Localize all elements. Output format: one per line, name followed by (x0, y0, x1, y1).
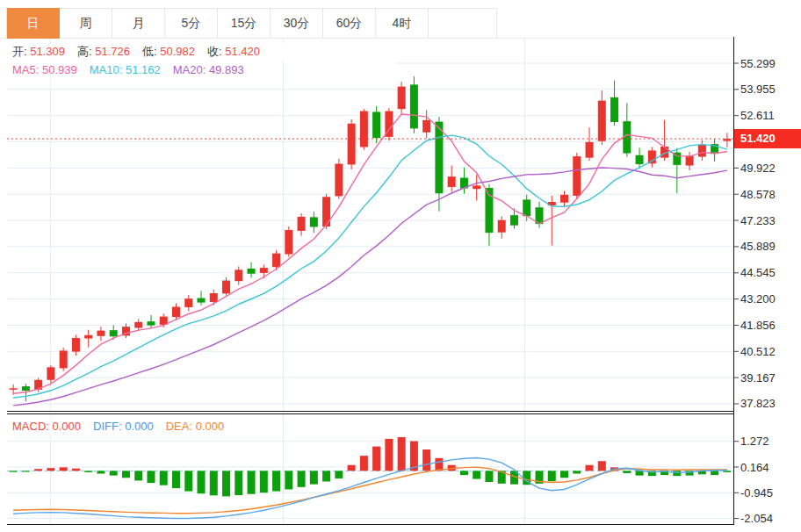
macd-hist-bar (272, 471, 280, 491)
legend-value: 50.939 (42, 63, 77, 76)
candle-body (147, 321, 155, 325)
period-tab-月[interactable]: 月 (112, 8, 165, 39)
legend-label: MA20: (173, 63, 209, 76)
macd-axis-label: 0.164 (740, 461, 798, 474)
candle-body (335, 164, 343, 197)
candle-body (60, 350, 68, 368)
ma10-line (13, 135, 727, 398)
macd-hist-bar (172, 471, 180, 488)
legend-label: 低: (142, 45, 160, 58)
candlestick-chart[interactable] (0, 0, 801, 532)
legend-value: 0.000 (196, 420, 225, 433)
macd-hist-bar (97, 471, 105, 473)
macd-hist-bar (723, 471, 731, 472)
legend-item: DIFF: 0.000 (93, 420, 154, 433)
price-axis-label: 41.856 (740, 319, 798, 332)
macd-hist-bar (598, 461, 606, 471)
macd-hist-bar (385, 439, 393, 471)
candle-body (198, 298, 206, 303)
legend-label: 收: (207, 45, 225, 58)
macd-hist-bar (84, 471, 92, 472)
legend-label: MACD: (12, 420, 53, 433)
price-axis-label: 45.889 (740, 240, 798, 253)
macd-hist-bar (222, 471, 230, 496)
candle-body (184, 298, 192, 307)
legend-item: 收: 51.420 (207, 45, 260, 58)
legend-label: 开: (12, 45, 30, 58)
legend-item: MA5: 50.939 (12, 63, 77, 76)
macd-hist-bar (235, 471, 242, 495)
macd-hist-bar (322, 471, 330, 481)
legend-value: 0.000 (125, 420, 154, 433)
legend-item: DEA: 0.000 (166, 420, 225, 433)
price-axis-label: 49.922 (740, 162, 798, 175)
price-axis-label: 55.299 (740, 57, 798, 70)
legend-item: 低: 50.982 (142, 45, 195, 58)
legend-value: 51.162 (126, 63, 161, 76)
ma20-line (13, 168, 727, 406)
macd-hist-bar (560, 471, 568, 478)
candle-body (598, 101, 606, 141)
period-tab-15分[interactable]: 15分 (218, 8, 271, 39)
candle-body (473, 185, 480, 189)
candle-body (72, 338, 80, 352)
macd-legend: MACD: 0.000DIFF: 0.000DEA: 0.000 (0, 418, 257, 435)
legend-value: 49.893 (209, 63, 244, 76)
candle-body (47, 367, 54, 379)
macd-hist-bar (335, 471, 343, 478)
candle-body (322, 197, 330, 226)
macd-hist-bar (285, 471, 292, 489)
legend-value: 51.420 (225, 45, 260, 58)
macd-hist-bar (147, 471, 155, 483)
candle-body (560, 195, 568, 203)
price-axis-label: 52.611 (740, 109, 798, 122)
candle-body (84, 335, 92, 339)
macd-hist-bar (134, 471, 142, 480)
macd-hist-bar (573, 471, 581, 473)
macd-hist-bar (548, 471, 556, 481)
macd-hist-bar (623, 471, 631, 473)
macd-hist-bar (210, 471, 218, 495)
legend-value: 51.309 (30, 45, 65, 58)
price-axis-label: 48.578 (740, 188, 798, 201)
dea-line (13, 467, 727, 514)
candle-body (498, 220, 506, 233)
candle-body (97, 331, 105, 336)
macd-axis-label: -0.945 (740, 486, 798, 500)
macd-hist-bar (260, 471, 268, 492)
macd-hist-bar (711, 471, 718, 475)
candle-body (698, 145, 706, 157)
macd-hist-bar (435, 458, 443, 471)
macd-hist-bar (110, 471, 118, 475)
legend-item: MACD: 0.000 (12, 420, 81, 433)
candle-body (210, 293, 218, 302)
legend-label: MA10: (90, 63, 126, 76)
macd-hist-bar (310, 471, 318, 484)
period-tab-60分[interactable]: 60分 (323, 8, 376, 39)
price-axis-label: 53.955 (740, 83, 798, 96)
macd-hist-bar (298, 471, 306, 486)
candle-body (348, 124, 356, 165)
macd-axis-label: 1.272 (740, 435, 798, 448)
macd-hist-bar (60, 467, 68, 471)
period-tab-周[interactable]: 周 (60, 8, 112, 39)
candle-body (310, 217, 318, 226)
macd-hist-bar (198, 471, 206, 493)
period-tab-5分[interactable]: 5分 (165, 8, 218, 39)
candle-body (298, 217, 306, 231)
candle-body (134, 322, 142, 328)
legend-label: 高: (77, 45, 95, 58)
macd-hist-bar (636, 471, 644, 475)
price-axis-label: 43.200 (740, 292, 798, 306)
period-tab-4时[interactable]: 4时 (376, 8, 429, 39)
kline-chart-app: 日周月5分15分30分60分4时 开: 51.309高: 51.726低: 50… (0, 0, 801, 532)
macd-hist-bar (72, 469, 80, 471)
candle-body (410, 84, 418, 128)
period-tab-30分[interactable]: 30分 (271, 8, 323, 39)
candle-body (523, 199, 530, 216)
period-tab-日[interactable]: 日 (7, 8, 60, 39)
macd-hist-bar (22, 471, 30, 471)
legend-label: DIFF: (93, 420, 125, 433)
candle-body (573, 156, 581, 196)
period-tab-bar: 日周月5分15分30分60分4时 (6, 8, 497, 39)
